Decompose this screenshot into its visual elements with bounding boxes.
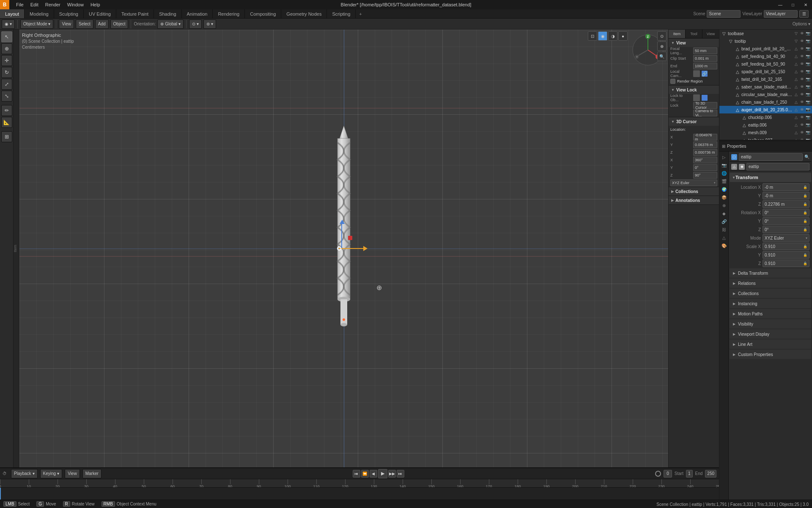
scale-x-field[interactable]: 0.910 🔒 (763, 243, 809, 250)
outliner-item[interactable]: △auger_drill_bit_20_235.001△👁📷 (719, 106, 812, 113)
n-tab-view[interactable]: View (702, 30, 719, 38)
visibility-icon[interactable]: 👁 (799, 31, 804, 36)
visibility-icon[interactable]: 👁 (799, 130, 804, 135)
step-back-btn[interactable]: ◀ (370, 470, 377, 478)
n-annotations-header[interactable]: ▶ Annotations (669, 196, 719, 204)
mesh-icon[interactable]: △ (793, 77, 798, 81)
outliner-item[interactable]: △self_feeding_bit_50_90△👁📷 (719, 60, 812, 68)
rotation-y-field[interactable]: 0° 🔒 (763, 217, 809, 225)
menu-file[interactable]: File (13, 0, 27, 9)
outliner-item[interactable]: △spade_drill_bit_25_150△👁📷 (719, 68, 812, 75)
current-frame-field[interactable]: 0 (664, 470, 672, 478)
cursor-rot-y-value[interactable]: 0° (693, 164, 717, 171)
visibility-icon[interactable]: 👁 (799, 108, 804, 112)
mesh-icon[interactable]: △ (793, 69, 798, 74)
cursor-y-value[interactable]: 0.06378 m (693, 141, 717, 148)
minimize-btn[interactable]: — (774, 0, 787, 9)
n-collections-header[interactable]: ▶ Collections (669, 187, 719, 196)
frame-indicator[interactable] (655, 471, 661, 477)
local-cam-value[interactable] (693, 70, 700, 77)
render-icon[interactable]: 📷 (805, 47, 810, 51)
visibility-icon[interactable]: 👁 (799, 77, 804, 81)
outliner-item[interactable]: △saber_saw_blade_makita_t_300△👁📷 (719, 83, 812, 91)
render-region-checkbox[interactable] (670, 79, 675, 84)
scale-z-field[interactable]: 0.910 🔒 (763, 260, 809, 267)
gizmo-btn[interactable]: ⊕ (657, 41, 667, 51)
cursor-z-value[interactable]: 0.000736 m (693, 149, 717, 156)
tool-cursor[interactable]: ⊕ (1, 43, 12, 54)
tab-shading[interactable]: Shading (154, 9, 181, 18)
n-tab-tool[interactable]: Tool (686, 30, 702, 38)
viewlayer-dropdown[interactable]: ViewLayer (764, 10, 798, 18)
camera-to-view-btn[interactable]: Camera to Vi... (693, 110, 717, 116)
tl-view-dropdown[interactable]: View (65, 469, 80, 478)
orientation-dropdown[interactable]: ⊕ Global ▾ (157, 19, 184, 29)
material-btn[interactable]: ◑ (608, 31, 617, 41)
rotation-mode-field[interactable]: XYZ Euler ▾ (763, 234, 809, 242)
tab-texture-paint[interactable]: Texture Paint (116, 9, 154, 18)
render-icon[interactable]: 📷 (805, 54, 810, 58)
mode-dropdown[interactable]: Object Mode ▾ (20, 19, 54, 29)
prop-tab-object[interactable]: 📦 (720, 193, 728, 201)
filter-btn[interactable]: ☰ (799, 10, 809, 18)
visibility-icon[interactable]: 👁 (799, 123, 804, 127)
prop-tab-data[interactable]: △ (720, 234, 728, 241)
location-y-field[interactable]: -0 m 🔒 (763, 192, 809, 199)
menu-render[interactable]: Render (42, 0, 64, 9)
tool-scale[interactable]: ⤢ (1, 79, 12, 90)
render-icon[interactable]: 📷 (805, 31, 810, 36)
location-z-field[interactable]: 0.22786 m 🔒 (763, 200, 809, 208)
render-icon[interactable]: 📷 (805, 100, 810, 104)
mesh-icon[interactable]: △ (793, 85, 798, 89)
editor-type-dropdown[interactable]: ◉ ▾ (2, 19, 15, 29)
render-icon[interactable]: 📷 (805, 85, 810, 89)
snap-dropdown[interactable]: ⊙ ▾ (189, 19, 202, 29)
snap-btn[interactable]: 🔍 (657, 52, 667, 61)
render-icon[interactable]: 📷 (805, 92, 810, 97)
tab-animation[interactable]: Animation (182, 9, 213, 18)
playback-dropdown[interactable]: Playback ▾ (11, 469, 38, 478)
prop-tab-modifier[interactable]: ⊕ (720, 202, 728, 209)
prop-tab-physics[interactable]: 🔗 (720, 218, 728, 225)
prop-tab-viewlayer[interactable]: 🌐 (720, 169, 728, 177)
lock-to-ob-link[interactable] (702, 95, 708, 101)
render-icon[interactable]: 📷 (805, 130, 810, 135)
mesh-icon[interactable]: △ (793, 108, 798, 112)
local-cam-link[interactable]: 🔗 (702, 71, 708, 77)
visibility-icon[interactable]: 👁 (799, 62, 804, 66)
n-cursor-header[interactable]: ▼ 3D Cursor (669, 117, 719, 126)
transform-header[interactable]: Transform (730, 173, 811, 182)
n-viewlock-header[interactable]: ▼ View Lock (669, 86, 719, 94)
timeline-ruler[interactable]: 0102030405060708090100110120130140150160… (0, 479, 719, 488)
tab-rendering[interactable]: Rendering (213, 9, 245, 18)
close-btn[interactable]: ✕ (799, 0, 812, 9)
mesh-icon[interactable]: △ (793, 100, 798, 104)
prop-tab-material[interactable]: 🎨 (720, 242, 728, 249)
outliner-item[interactable]: △twist_drill_bit_32_165△👁📷 (719, 75, 812, 83)
visibility-icon[interactable]: 👁 (799, 100, 804, 104)
render-icon[interactable]: 📷 (805, 39, 810, 43)
tool-rotate[interactable]: ↻ (1, 67, 12, 78)
render-icon[interactable]: 📷 (805, 69, 810, 74)
tool-move[interactable]: ✛ (1, 55, 12, 66)
viewport-display-section[interactable]: Viewport Display (730, 329, 811, 339)
collections-section[interactable]: Collections (730, 289, 811, 298)
collection-filter-icon[interactable]: ▽ (793, 31, 798, 36)
render-region-check[interactable]: Render Region (670, 79, 717, 84)
instancing-section[interactable]: Instancing (730, 299, 811, 308)
tab-add-button[interactable]: + (356, 11, 365, 17)
cursor-rot-x-value[interactable]: 360° (693, 157, 717, 163)
visibility-icon[interactable]: 👁 (799, 47, 804, 51)
scene-dropdown[interactable]: Scene (707, 10, 741, 18)
outliner-item[interactable]: △toolbase.007△👁📷 (719, 136, 812, 140)
overlay-btn[interactable]: ⊙ (657, 31, 667, 41)
play-btn[interactable]: ▶ (378, 469, 387, 478)
tool-transform[interactable]: ⤡ (1, 91, 12, 102)
scale-y-field[interactable]: 0.910 🔒 (763, 251, 809, 259)
render-icon[interactable]: 📷 (805, 62, 810, 66)
to-3d-cursor-btn[interactable]: To 3D Cursor (693, 102, 717, 109)
tab-sculpting[interactable]: Sculpting (54, 9, 84, 18)
outliner-item[interactable]: △mesh.009△👁📷 (719, 129, 812, 136)
tab-modeling[interactable]: Modeling (25, 9, 54, 18)
focal-length-value[interactable]: 50 mm (693, 47, 717, 54)
